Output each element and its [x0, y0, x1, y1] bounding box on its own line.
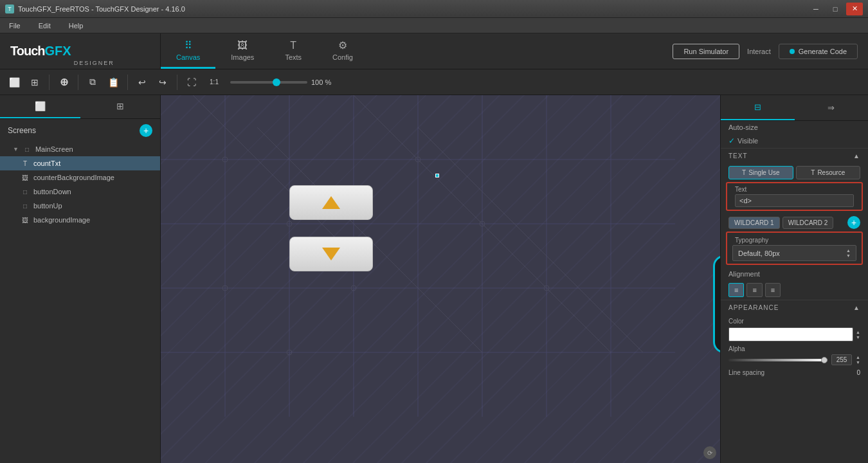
nav-tab-config[interactable]: ⚙ Config: [317, 33, 368, 69]
tree-label-buttonup: buttonUp: [33, 202, 62, 210]
second-toolbar: ⬜ ⊞ ⊕ ⧉ 📋 ↩ ↪ ⛶ 1:1 100 %: [0, 69, 868, 95]
panel-tab-interactions[interactable]: ⇒: [795, 95, 869, 120]
alpha-arrows: ▲ ▼: [856, 355, 860, 365]
top-toolbar: Touch GFX DESIGNER ⠿ Canvas 🖼 Images T T…: [0, 33, 868, 69]
nav-tab-images-label: Images: [231, 53, 254, 61]
sidebar-tabs: ⬜ ⊞: [0, 95, 160, 119]
zoom-reset-icon: 1:1: [210, 78, 219, 86]
tree-item-buttondown[interactable]: □ buttonDown: [0, 185, 160, 199]
logo-designer: DESIGNER: [74, 60, 114, 66]
logo-touch: Touch: [10, 44, 45, 59]
color-preview[interactable]: [728, 327, 853, 341]
sidebar-tab-screens[interactable]: ⬜: [0, 95, 80, 118]
fullscreen-button[interactable]: ⛶: [183, 73, 201, 91]
alpha-row: Alpha ▲ ▼: [721, 343, 868, 368]
text-section-chevron[interactable]: ▲: [853, 152, 860, 159]
typography-select[interactable]: Default, 80px ▲ ▼: [732, 245, 856, 261]
line-spacing-row: Line spacing 0: [721, 368, 868, 377]
typography-value: Default, 80px: [738, 250, 780, 257]
title-bar: T TouchGFX_FreeRTOS - TouchGFX Designer …: [0, 0, 868, 18]
tb-sep4: [177, 75, 177, 90]
maximize-button[interactable]: □: [827, 3, 844, 15]
run-simulator-button[interactable]: Run Simulator: [673, 44, 739, 59]
add-screen-button[interactable]: +: [140, 124, 152, 137]
appearance-section-chevron[interactable]: ▲: [853, 304, 860, 311]
arrow-down-icon: [322, 248, 340, 260]
tree-item-counttxt[interactable]: T countTxt: [0, 156, 160, 170]
copy-icon: ⧉: [89, 77, 96, 87]
single-use-label: Single Use: [748, 169, 779, 176]
tree-item-buttonup[interactable]: □ buttonUp: [0, 199, 160, 213]
line-spacing-value: 0: [856, 369, 860, 376]
alpha-down-arrow[interactable]: ▼: [856, 360, 860, 365]
alpha-thumb: [821, 357, 827, 363]
toolbar-right: Run Simulator Interact Generate Code: [673, 44, 868, 59]
align-right-button[interactable]: ≡: [765, 283, 781, 297]
canvas-scroll-button[interactable]: ⟳: [703, 446, 716, 459]
interact-label: Interact: [747, 48, 771, 55]
text-t-icon: T: [742, 169, 746, 176]
tree-item-mainscreen[interactable]: ▼ □ MainScreen: [0, 142, 160, 156]
tree-item-counterbackground[interactable]: 🖼 counterBackgroundImage: [0, 170, 160, 185]
widgets-tab-icon: ⊞: [116, 101, 124, 111]
resource-t-icon: T: [811, 169, 815, 176]
redo-button[interactable]: ↪: [154, 73, 172, 91]
handle-br: [435, 174, 439, 177]
color-down-arrow[interactable]: ▼: [856, 335, 860, 340]
tb-sep1: [49, 75, 50, 90]
color-up-arrow[interactable]: ▲: [856, 330, 860, 334]
generate-code-button[interactable]: Generate Code: [779, 44, 858, 59]
nav-tab-canvas[interactable]: ⠿ Canvas: [161, 33, 215, 69]
nav-tab-texts[interactable]: T Texts: [269, 33, 317, 69]
wildcard1-button[interactable]: WILDCARD 1: [728, 217, 780, 229]
zoom-slider[interactable]: [230, 81, 307, 84]
arrow-up-icon: [322, 196, 340, 209]
zoom-thumb: [273, 78, 280, 86]
alpha-slider[interactable]: [728, 359, 827, 361]
align-center-button[interactable]: ≡: [746, 283, 762, 297]
single-use-button[interactable]: T Single Use: [728, 166, 793, 179]
text-widget-icon: T: [21, 159, 30, 168]
zoom-reset-button[interactable]: 1:1: [203, 73, 225, 91]
screen-view-button[interactable]: ⬜: [5, 73, 23, 91]
visible-row[interactable]: ✓ Visible: [721, 134, 868, 148]
menu-edit[interactable]: Edit: [35, 21, 55, 31]
interactions-tab-icon: ⇒: [827, 103, 835, 113]
wildcard2-button[interactable]: WILDCARD 2: [782, 217, 834, 229]
nav-tab-images[interactable]: 🖼 Images: [215, 33, 269, 69]
button-down-widget[interactable]: [289, 237, 373, 271]
nav-tab-config-label: Config: [332, 53, 353, 61]
copy-button[interactable]: ⧉: [84, 73, 102, 91]
widget-view-button[interactable]: ⊞: [26, 73, 44, 91]
wildcard-row: WILDCARD 1 WILDCARD 2 +: [721, 213, 868, 232]
paste-button[interactable]: 📋: [104, 73, 122, 91]
logo-gfx: GFX: [45, 44, 71, 59]
images-icon: 🖼: [237, 40, 248, 51]
resource-button[interactable]: T Resource: [796, 166, 861, 179]
add-wildcard-button[interactable]: +: [847, 216, 860, 229]
counter-widget[interactable]: 0: [714, 256, 720, 352]
tree-item-backgroundimage[interactable]: 🖼 backgroundImage: [0, 213, 160, 227]
sidebar-tab-widgets[interactable]: ⊞: [80, 95, 161, 118]
undo-button[interactable]: ↩: [133, 73, 151, 91]
menu-help[interactable]: Help: [65, 21, 87, 31]
canvas-area: 0 ⟳: [161, 95, 720, 463]
menu-file[interactable]: File: [5, 21, 24, 31]
button-up-widget[interactable]: [289, 185, 373, 220]
tree-label-mainscreen: MainScreen: [35, 145, 73, 153]
window-title: TouchGFX_FreeRTOS - TouchGFX Designer - …: [18, 5, 185, 13]
text-field-input[interactable]: [735, 194, 854, 207]
chevron-icon: ▼: [13, 146, 19, 152]
color-label: Color: [721, 315, 868, 326]
alpha-value-input[interactable]: [831, 354, 852, 365]
add-icon: ⊕: [60, 76, 68, 88]
alpha-up-arrow[interactable]: ▲: [856, 355, 860, 359]
text-input-group: Text: [726, 182, 863, 211]
tree-label-counterbackground: counterBackgroundImage: [33, 174, 114, 181]
gen-dot-icon: [790, 49, 795, 54]
panel-tab-properties[interactable]: ⊟: [721, 95, 795, 120]
add-widget-button[interactable]: ⊕: [55, 73, 73, 91]
close-button[interactable]: ✕: [846, 3, 863, 15]
minimize-button[interactable]: ─: [808, 3, 824, 15]
align-left-button[interactable]: ≡: [728, 283, 744, 297]
